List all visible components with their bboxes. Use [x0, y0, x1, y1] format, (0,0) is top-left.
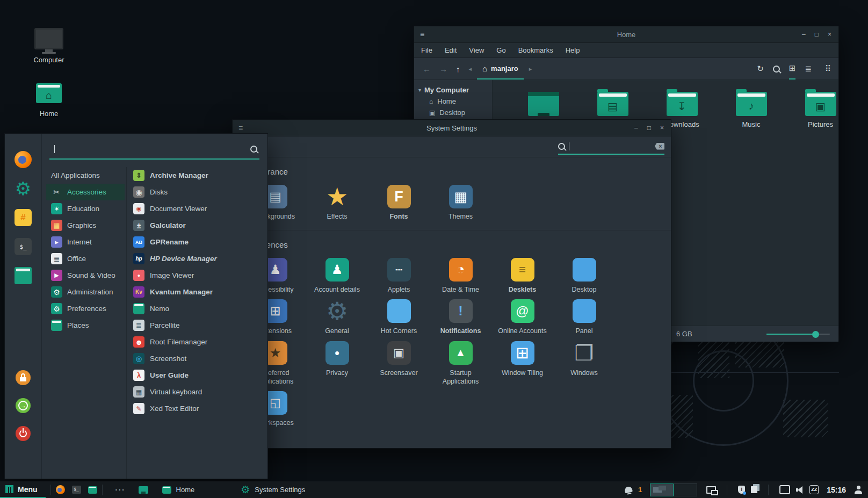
application-item[interactable]: ≣ Parcellite: [133, 317, 267, 334]
category-item[interactable]: ▦ Graphics: [46, 217, 125, 234]
session-button-icon[interactable]: →: [16, 398, 31, 413]
menubar-item[interactable]: Edit: [445, 46, 457, 54]
application-item[interactable]: hp HP Device Manager: [133, 250, 267, 267]
clipboard-manager-icon[interactable]: [751, 486, 757, 493]
settings-item[interactable]: ⊞ Window Tiling: [491, 341, 553, 386]
application-item[interactable]: ● Image Viewer: [133, 267, 267, 284]
maximize-button[interactable]: □: [647, 124, 651, 132]
category-item[interactable]: Places: [46, 317, 125, 334]
settings-item[interactable]: ≡ Desklets: [491, 258, 553, 294]
menu-search-input[interactable]: [49, 139, 259, 160]
window-button-system-settings[interactable]: ⚙ System Settings: [234, 481, 312, 498]
back-icon[interactable]: ←: [423, 64, 431, 74]
desktop-icon-home[interactable]: ⌂ Home: [25, 83, 73, 118]
reload-icon[interactable]: ↻: [757, 64, 764, 74]
files-launcher-icon[interactable]: [88, 486, 97, 494]
application-item[interactable]: ☻ Root Filemanager: [133, 334, 267, 350]
folder-item[interactable]: ▣ Pictures: [786, 89, 838, 143]
category-item[interactable]: ▸ Internet: [46, 234, 125, 250]
settings-item[interactable]: ♟ Account details: [306, 258, 368, 294]
breadcrumb[interactable]: ⌂ manjaro: [477, 58, 524, 80]
menubar-item[interactable]: Go: [496, 46, 505, 54]
application-item[interactable]: ◉ Disks: [133, 184, 267, 200]
zoom-slider[interactable]: [766, 334, 830, 335]
category-item[interactable]: ✂ Accessories: [46, 184, 125, 200]
display-icon[interactable]: [779, 485, 790, 494]
favorite-launcher-icon[interactable]: #: [15, 209, 32, 226]
minimize-button[interactable]: –: [802, 31, 806, 38]
minimize-button[interactable]: –: [634, 124, 638, 132]
session-button-icon[interactable]: [16, 426, 31, 441]
settings-item[interactable]: @ Online Accounts: [491, 299, 553, 336]
favorite-launcher-icon[interactable]: [15, 267, 32, 284]
folder-item[interactable]: ♪ Music: [717, 89, 786, 143]
hamburger-icon[interactable]: ≡: [420, 30, 424, 39]
category-item[interactable]: ✶ Education: [46, 200, 125, 217]
settings-item[interactable]: ▣ Screensaver: [368, 341, 430, 386]
workspace-2[interactable]: [674, 483, 697, 496]
icon-view-toggle[interactable]: ⊞: [789, 58, 796, 80]
settings-item[interactable]: ! Notifications: [430, 299, 491, 336]
category-item[interactable]: ≣ Office: [46, 250, 125, 267]
sidebar-item[interactable]: ▣ Desktop: [414, 107, 492, 118]
settings-search-input[interactable]: [558, 139, 664, 155]
application-item[interactable]: ▦ Virtual keyboard: [133, 384, 267, 400]
application-item[interactable]: λ User Guide: [133, 367, 267, 384]
settings-item[interactable]: ● Privacy: [306, 341, 368, 386]
volume-icon[interactable]: [796, 486, 804, 494]
settings-item[interactable]: Desktop: [553, 258, 615, 294]
list-view-toggle[interactable]: ≣: [805, 59, 812, 79]
favorite-launcher-icon[interactable]: [15, 151, 32, 168]
window-list-icon[interactable]: [706, 486, 716, 494]
chevron-left-icon[interactable]: ◂: [469, 66, 472, 73]
maximize-button[interactable]: □: [815, 31, 819, 38]
notifications-bell-icon[interactable]: [624, 486, 633, 494]
hamburger-icon[interactable]: ≡: [238, 124, 243, 132]
close-button[interactable]: ×: [828, 31, 831, 38]
titlebar[interactable]: ≡ System Settings – □ ×: [233, 120, 671, 136]
compact-view-toggle[interactable]: ⠿: [825, 64, 831, 74]
settings-item[interactable]: ◔ Date & Time: [430, 258, 491, 294]
settings-item[interactable]: ▪▪▪▪ Applets: [368, 258, 430, 294]
firewall-shield-icon[interactable]: i: [738, 486, 745, 494]
window-button-home[interactable]: Home: [155, 481, 202, 498]
window-group-dots-icon[interactable]: ···: [115, 486, 126, 494]
application-item[interactable]: ⇕ Archive Manager: [133, 167, 267, 184]
menubar-item[interactable]: Help: [566, 46, 580, 54]
application-item[interactable]: ◎ Screenshot: [133, 350, 267, 367]
category-item[interactable]: ▶ Sound & Video: [46, 267, 125, 284]
category-item[interactable]: ⚙ Administration: [46, 284, 125, 300]
category-item[interactable]: ⚙ Preferences: [46, 300, 125, 317]
favorite-launcher-icon[interactable]: $_: [15, 238, 32, 255]
settings-item[interactable]: F Fonts: [368, 185, 430, 221]
application-item[interactable]: ± Galculator: [133, 217, 267, 234]
desktop-icon-computer[interactable]: Computer: [25, 28, 73, 64]
chevron-right-icon[interactable]: ▸: [529, 66, 532, 73]
application-item[interactable]: AB GPRename: [133, 234, 267, 250]
search-icon[interactable]: [773, 66, 780, 73]
titlebar[interactable]: ≡ Home – □ ×: [414, 26, 838, 43]
settings-item[interactable]: ⚙ General: [306, 299, 368, 336]
expander-icon[interactable]: ▾: [418, 87, 421, 93]
close-button[interactable]: ×: [660, 124, 664, 132]
menu-button[interactable]: Menu: [0, 481, 46, 498]
up-icon[interactable]: ↑: [456, 64, 460, 74]
menubar-item[interactable]: View: [469, 46, 484, 54]
application-item[interactable]: Nemo: [133, 300, 267, 317]
firefox-launcher-icon[interactable]: [56, 485, 65, 494]
settings-item[interactable]: ❐ Windows: [553, 341, 615, 386]
window-button-desktop[interactable]: [132, 481, 155, 498]
settings-item[interactable]: Panel: [553, 299, 615, 336]
settings-item[interactable]: Hot Corners: [368, 299, 430, 336]
sidebar-item[interactable]: ⌂ Home: [414, 96, 492, 107]
application-item[interactable]: ◉ Document Viewer: [133, 200, 267, 217]
workspace-1[interactable]: [650, 483, 674, 496]
clock[interactable]: 15:16: [827, 486, 846, 494]
menubar-item[interactable]: Bookmarks: [518, 46, 553, 54]
application-item[interactable]: ✎ Xed Text Editor: [133, 400, 267, 417]
menubar-item[interactable]: File: [421, 46, 432, 54]
session-button-icon[interactable]: [16, 370, 31, 385]
application-item[interactable]: Kv Kvantum Manager: [133, 284, 267, 300]
category-item[interactable]: All Applications: [46, 167, 125, 184]
forward-icon[interactable]: →: [439, 64, 447, 74]
